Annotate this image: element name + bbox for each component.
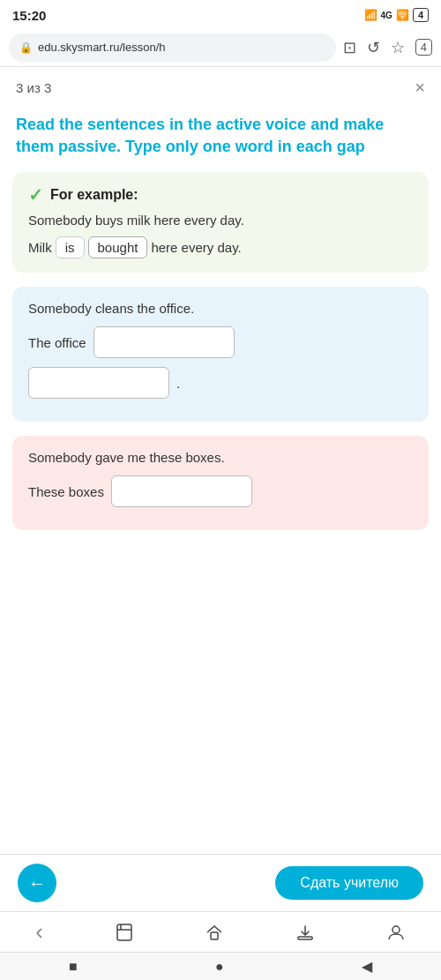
page-counter: 3 из 3 — [16, 80, 51, 95]
url-bar[interactable]: 🔒 edu.skysmart.ru/lesson/h — [9, 34, 336, 62]
svg-point-5 — [392, 926, 400, 933]
reader-mode-icon[interactable]: ⊡ — [343, 38, 356, 57]
profile-button[interactable] — [386, 923, 406, 942]
close-button[interactable]: × — [415, 78, 425, 98]
exercise-1-row1: The office — [28, 326, 413, 358]
status-icons: 📶 4G 🛜 4 — [364, 8, 429, 22]
star-icon[interactable]: ☆ — [391, 38, 405, 57]
wifi-icon: 🛜 — [396, 9, 409, 21]
submit-button[interactable]: Сдать учителю — [275, 866, 423, 900]
exercise-2-input1[interactable] — [111, 475, 252, 507]
instruction-section: Read the sentences in the active voice a… — [0, 105, 441, 172]
network-4g-icon: 4G — [381, 11, 392, 20]
exercise-1-input1[interactable] — [93, 326, 235, 358]
exercise-2-row1: These boxes — [28, 475, 413, 507]
browser-back-button[interactable]: ‹ — [35, 918, 43, 946]
back-button[interactable]: ← — [18, 864, 56, 902]
example-header: ✓ For example: — [28, 184, 413, 206]
example-active-sentence: Somebody buys milk here every day. — [28, 213, 413, 228]
browser-nav-bar: ‹ — [0, 911, 441, 952]
page-header: 3 из 3 × — [0, 67, 441, 105]
exercise-card-2: Somebody gave me these boxes. These boxe… — [12, 436, 429, 530]
exercise-1-sentence: Somebody cleans the office. — [28, 301, 413, 316]
word-chip-is: is — [56, 236, 85, 258]
bottom-action-bar: ← Сдать учителю — [0, 854, 441, 911]
exercise-2-label: These boxes — [28, 484, 104, 499]
back-android-button[interactable]: ◀ — [362, 958, 372, 975]
browser-actions: ⊡ ↺ ☆ 4 — [343, 38, 432, 57]
exercise-1-label: The office — [28, 335, 86, 350]
home-android-button[interactable]: ● — [215, 959, 224, 975]
exercise-card-1: Somebody cleans the office. The office . — [12, 287, 429, 422]
example-passive-row: Milk is bought here every day. — [28, 236, 413, 258]
word-chip-bought: bought — [88, 236, 148, 258]
android-nav-bar: ■ ● ◀ — [0, 952, 441, 980]
checkmark-icon: ✓ — [28, 184, 43, 206]
browser-bar: 🔒 edu.skysmart.ru/lesson/h ⊡ ↺ ☆ 4 — [0, 28, 441, 67]
example-card: ✓ For example: Somebody buys milk here e… — [12, 172, 429, 273]
recents-button[interactable]: ■ — [69, 959, 78, 975]
svg-rect-0 — [117, 924, 131, 940]
exercise-1-input2[interactable] — [28, 367, 169, 399]
status-bar: 15:20 📶 4G 🛜 4 — [0, 0, 441, 28]
home-button[interactable] — [205, 923, 224, 942]
exercise-1-period: . — [176, 376, 180, 391]
svg-rect-3 — [211, 932, 218, 939]
exercise-2-sentence: Somebody gave me these boxes. — [28, 450, 413, 465]
download-button[interactable] — [295, 923, 315, 942]
tab-count-icon[interactable]: 4 — [415, 39, 432, 56]
svg-rect-4 — [298, 937, 312, 939]
signal-icon: 📶 — [364, 9, 377, 21]
battery-icon: 4 — [413, 8, 429, 22]
passive-end: here every day. — [151, 240, 241, 255]
exercise-1-row2: . — [28, 367, 413, 399]
status-time: 15:20 — [12, 8, 46, 23]
bookmarks-button[interactable] — [115, 923, 134, 942]
instruction-text: Read the sentences in the active voice a… — [16, 114, 425, 158]
passive-start: Milk — [28, 240, 52, 255]
url-text: edu.skysmart.ru/lesson/h — [38, 41, 166, 54]
example-title: For example: — [50, 187, 138, 203]
lock-icon: 🔒 — [19, 41, 33, 54]
refresh-icon[interactable]: ↺ — [367, 38, 380, 57]
